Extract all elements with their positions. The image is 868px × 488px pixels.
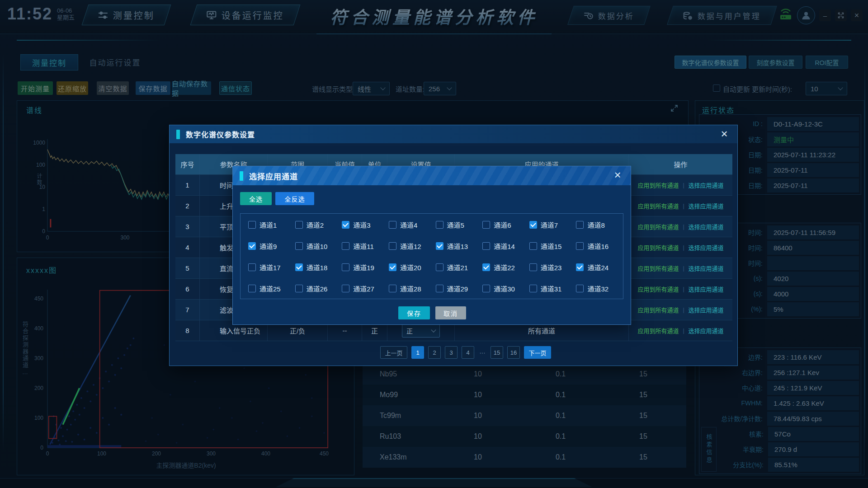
- channel-checkbox[interactable]: [248, 263, 256, 271]
- channel-checkbox[interactable]: [576, 263, 584, 271]
- channel-checkbox-item[interactable]: 通道11: [342, 241, 389, 251]
- channel-checkbox-item[interactable]: 通道7: [529, 220, 576, 230]
- channel-checkbox-item[interactable]: 通道3: [342, 220, 389, 230]
- channel-checkbox-item[interactable]: 通道9: [248, 241, 295, 251]
- channel-checkbox-item[interactable]: 通道8: [576, 220, 623, 230]
- channel-checkbox[interactable]: [389, 263, 396, 271]
- operation-divider: |: [683, 307, 684, 313]
- channel-checkbox[interactable]: [389, 242, 396, 250]
- channel-checkbox-item[interactable]: 通道15: [529, 241, 576, 251]
- channel-checkbox-item[interactable]: 通道5: [436, 220, 483, 230]
- set-value-select[interactable]: 正: [402, 324, 440, 338]
- select-apply-channels-link[interactable]: 选择应用通道: [689, 202, 724, 210]
- channel-checkbox[interactable]: [482, 221, 490, 229]
- channel-label: 通道20: [400, 263, 421, 272]
- select-apply-channels-link[interactable]: 选择应用通道: [689, 305, 724, 314]
- channel-checkbox[interactable]: [295, 285, 303, 292]
- channel-checkbox[interactable]: [436, 285, 443, 292]
- channel-checkbox[interactable]: [342, 263, 349, 271]
- channel-checkbox-item[interactable]: 通道20: [389, 263, 436, 272]
- apply-all-channels-link[interactable]: 应用到所有通道: [637, 202, 679, 210]
- apply-all-channels-link[interactable]: 应用到所有通道: [637, 305, 679, 314]
- channel-checkbox-item[interactable]: 通道17: [248, 263, 295, 272]
- channel-checkbox[interactable]: [248, 285, 256, 292]
- channel-checkbox-item[interactable]: 通道6: [482, 220, 529, 230]
- channel-checkbox-item[interactable]: 通道4: [389, 220, 436, 230]
- channel-checkbox[interactable]: [248, 221, 256, 229]
- channel-checkbox[interactable]: [295, 263, 303, 271]
- channel-checkbox[interactable]: [342, 285, 349, 292]
- channel-checkbox-item[interactable]: 通道16: [576, 241, 623, 251]
- channel-checkbox[interactable]: [529, 285, 537, 292]
- close-icon[interactable]: ×: [611, 168, 624, 182]
- select-apply-channels-link[interactable]: 选择应用通道: [689, 285, 724, 293]
- operation-divider: |: [683, 182, 684, 188]
- select-apply-channels-link[interactable]: 选择应用通道: [689, 264, 724, 272]
- select-all-button[interactable]: 全选: [240, 192, 272, 205]
- channel-checkbox[interactable]: [436, 221, 443, 229]
- apply-all-channels-link[interactable]: 应用到所有通道: [637, 181, 679, 189]
- channel-checkbox-item[interactable]: 通道27: [342, 284, 389, 293]
- channel-checkbox-item[interactable]: 通道23: [529, 263, 576, 272]
- channel-checkbox[interactable]: [295, 221, 303, 229]
- channel-checkbox[interactable]: [436, 242, 443, 250]
- channel-checkbox-item[interactable]: 通道28: [389, 284, 436, 293]
- channel-checkbox[interactable]: [248, 242, 256, 250]
- channel-checkbox-item[interactable]: 通道14: [482, 241, 529, 251]
- channel-checkbox[interactable]: [342, 242, 349, 250]
- close-icon[interactable]: ×: [717, 127, 731, 141]
- channel-checkbox-item[interactable]: 通道22: [482, 263, 529, 272]
- channel-checkbox-item[interactable]: 通道12: [389, 241, 436, 251]
- channel-checkbox[interactable]: [576, 285, 584, 292]
- apply-all-channels-link[interactable]: 应用到所有通道: [637, 222, 679, 231]
- channel-checkbox-item[interactable]: 通道10: [295, 241, 342, 251]
- channel-checkbox[interactable]: [482, 285, 490, 292]
- invert-selection-button[interactable]: 全反选: [275, 192, 314, 205]
- pagination-page[interactable]: 3: [445, 346, 458, 359]
- select-apply-channels-link[interactable]: 选择应用通道: [689, 243, 724, 252]
- channel-checkbox-item[interactable]: 通道2: [295, 220, 342, 230]
- pagination-page[interactable]: 2: [428, 346, 441, 359]
- pagination-prev[interactable]: 上一页: [380, 346, 407, 359]
- channel-checkbox[interactable]: [389, 285, 396, 292]
- channel-checkbox[interactable]: [576, 221, 584, 229]
- channel-checkbox-item[interactable]: 通道18: [295, 263, 342, 272]
- channel-checkbox[interactable]: [482, 263, 490, 271]
- select-apply-channels-link[interactable]: 选择应用通道: [689, 326, 724, 335]
- channel-checkbox-item[interactable]: 通道21: [436, 263, 483, 272]
- channel-checkbox-item[interactable]: 通道31: [529, 284, 576, 293]
- channel-checkbox[interactable]: [389, 221, 396, 229]
- channel-checkbox[interactable]: [482, 242, 490, 250]
- pagination-page[interactable]: 1: [411, 346, 424, 359]
- select-apply-channels-link[interactable]: 选择应用通道: [689, 222, 724, 231]
- channel-checkbox-item[interactable]: 通道19: [342, 263, 389, 272]
- save-button[interactable]: 保存: [398, 306, 430, 319]
- channel-checkbox-item[interactable]: 通道30: [482, 284, 529, 293]
- channel-checkbox-item[interactable]: 通道24: [576, 263, 623, 272]
- channel-checkbox[interactable]: [436, 263, 443, 271]
- channel-checkbox[interactable]: [529, 263, 537, 271]
- cancel-button[interactable]: 取消: [435, 306, 466, 319]
- channel-checkbox[interactable]: [529, 242, 537, 250]
- apply-all-channels-link[interactable]: 应用到所有通道: [637, 326, 679, 335]
- channel-checkbox[interactable]: [576, 242, 584, 250]
- channel-checkbox-item[interactable]: 通道32: [576, 284, 623, 293]
- channel-checkbox[interactable]: [529, 221, 537, 229]
- channel-checkbox-item[interactable]: 通道25: [248, 284, 295, 293]
- pagination-page[interactable]: 15: [491, 346, 503, 359]
- channel-checkbox-item[interactable]: 通道1: [248, 220, 295, 230]
- select-apply-channels-link[interactable]: 选择应用通道: [689, 181, 724, 189]
- cell-num: 7: [175, 300, 200, 320]
- channel-checkbox-item[interactable]: 通道29: [436, 284, 483, 293]
- pagination-page[interactable]: 4: [462, 346, 474, 359]
- cell-operations: 应用到所有通道|选择应用通道: [629, 258, 732, 278]
- pagination-page[interactable]: 16: [507, 346, 520, 359]
- pagination-next[interactable]: 下一页: [524, 346, 551, 359]
- channel-checkbox-item[interactable]: 通道26: [295, 284, 342, 293]
- channel-checkbox-item[interactable]: 通道13: [436, 241, 483, 251]
- apply-all-channels-link[interactable]: 应用到所有通道: [637, 264, 679, 272]
- channel-checkbox[interactable]: [342, 221, 349, 229]
- apply-all-channels-link[interactable]: 应用到所有通道: [637, 285, 679, 293]
- apply-all-channels-link[interactable]: 应用到所有通道: [637, 243, 679, 252]
- channel-checkbox[interactable]: [295, 242, 303, 250]
